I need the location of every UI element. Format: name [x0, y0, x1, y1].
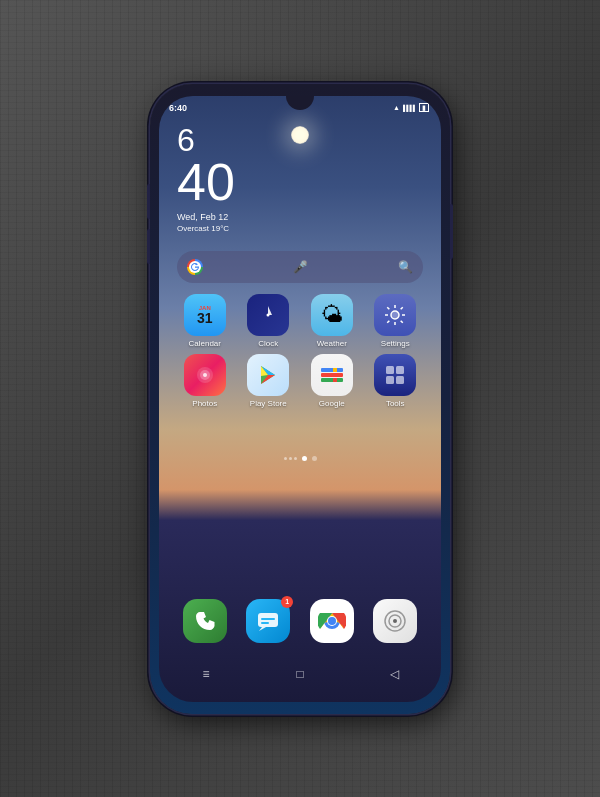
svg-point-6	[203, 373, 207, 377]
svg-point-27	[328, 617, 336, 625]
app-grid: JAN 31 Calendar	[173, 294, 427, 414]
dock-item-chrome[interactable]	[304, 599, 359, 643]
weather-label: Weather	[317, 339, 347, 348]
svg-rect-11	[321, 368, 343, 372]
app-item-playstore[interactable]: Play Store	[239, 354, 297, 408]
app-item-settings[interactable]: Settings	[366, 294, 424, 348]
clock-weather: Overcast 19°C	[177, 224, 235, 233]
svg-rect-15	[333, 378, 337, 382]
dot-line-3	[294, 457, 297, 460]
signal-icon: ▌▌▌▌	[403, 105, 416, 111]
dock-item-messages[interactable]: 1	[241, 599, 296, 643]
calendar-label: Calendar	[189, 339, 221, 348]
svg-point-30	[393, 619, 397, 623]
svg-marker-21	[259, 627, 266, 631]
svg-rect-19	[396, 376, 404, 384]
phone-container: 6:40 ▲ ▌▌▌▌ ▮ 6 40 Wed, Feb 12 Overcast …	[150, 84, 450, 714]
settings-icon	[374, 294, 416, 336]
search-bar[interactable]: 🎤 🔍	[177, 251, 423, 283]
nav-back-button[interactable]: ◁	[379, 664, 409, 684]
dot-active	[302, 456, 307, 461]
phone-screen: 6:40 ▲ ▌▌▌▌ ▮ 6 40 Wed, Feb 12 Overcast …	[159, 96, 441, 702]
messages-badge: 1	[281, 596, 293, 608]
tools-icon	[374, 354, 416, 396]
google-icon	[311, 354, 353, 396]
dot-inactive	[312, 456, 317, 461]
clock-hour: 6	[177, 124, 235, 156]
page-indicator	[159, 456, 441, 461]
status-icons: ▲ ▌▌▌▌ ▮	[393, 103, 429, 112]
nav-menu-button[interactable]: ≡	[191, 664, 221, 684]
lens-icon: 🔍	[398, 260, 413, 274]
battery-icon: ▮	[419, 103, 429, 112]
photos-icon	[184, 354, 226, 396]
svg-rect-16	[386, 366, 394, 374]
svg-rect-13	[321, 378, 343, 382]
app-item-tools[interactable]: Tools	[366, 354, 424, 408]
app-row-1: JAN 31 Calendar	[173, 294, 427, 348]
app-row-2: Photos Play Store	[173, 354, 427, 408]
wifi-icon: ▲	[393, 104, 400, 111]
photos-label: Photos	[192, 399, 217, 408]
settings-label: Settings	[381, 339, 410, 348]
app-item-weather[interactable]: 🌤 Weather	[303, 294, 361, 348]
mic-icon: 🎤	[293, 260, 308, 274]
google-g-icon	[187, 259, 203, 275]
dock-item-camera[interactable]	[368, 599, 423, 643]
chrome-dock-icon	[310, 599, 354, 643]
dock-item-phone[interactable]	[177, 599, 232, 643]
weather-icon: 🌤	[311, 294, 353, 336]
svg-rect-23	[261, 622, 269, 624]
playstore-label: Play Store	[250, 399, 287, 408]
dock: 1	[173, 592, 427, 650]
dot-lines	[284, 457, 297, 460]
phone-dock-icon	[183, 599, 227, 643]
svg-rect-17	[396, 366, 404, 374]
calendar-icon: JAN 31	[184, 294, 226, 336]
app-item-clock[interactable]: Clock	[239, 294, 297, 348]
nav-home-button[interactable]: □	[285, 664, 315, 684]
app-item-calendar[interactable]: JAN 31 Calendar	[176, 294, 234, 348]
svg-rect-22	[261, 618, 275, 620]
clock-date: Wed, Feb 12	[177, 212, 235, 222]
svg-rect-14	[333, 368, 337, 372]
clock-widget: 6 40 Wed, Feb 12 Overcast 19°C	[177, 124, 235, 233]
tools-label: Tools	[386, 399, 405, 408]
clock-icon	[247, 294, 289, 336]
svg-rect-12	[321, 373, 343, 377]
cal-day: 31	[197, 311, 213, 325]
status-time: 6:40	[169, 103, 187, 113]
navigation-bar: ≡ □ ◁	[159, 660, 441, 688]
app-item-google[interactable]: Google	[303, 354, 361, 408]
wallpaper-moon	[291, 126, 309, 144]
playstore-icon	[247, 354, 289, 396]
clock-label: Clock	[258, 339, 278, 348]
dot-line-1	[284, 457, 287, 460]
svg-point-3	[391, 311, 399, 319]
phone-body: 6:40 ▲ ▌▌▌▌ ▮ 6 40 Wed, Feb 12 Overcast …	[150, 84, 450, 714]
google-label: Google	[319, 399, 345, 408]
app-item-photos[interactable]: Photos	[176, 354, 234, 408]
clock-minute: 40	[177, 156, 235, 208]
svg-rect-18	[386, 376, 394, 384]
dot-line-2	[289, 457, 292, 460]
camera-dock-icon	[373, 599, 417, 643]
svg-point-2	[267, 313, 270, 316]
